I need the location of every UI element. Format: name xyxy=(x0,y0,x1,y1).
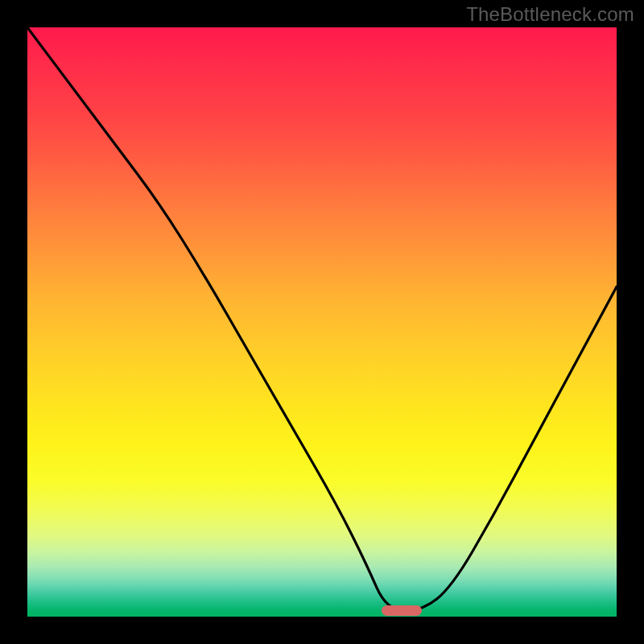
plot-area xyxy=(27,27,617,617)
watermark-text: TheBottleneck.com xyxy=(466,3,634,26)
min-marker xyxy=(382,605,423,616)
chart-root: TheBottleneck.com xyxy=(0,0,644,644)
curve-layer xyxy=(27,27,617,617)
bottleneck-curve xyxy=(27,27,617,611)
